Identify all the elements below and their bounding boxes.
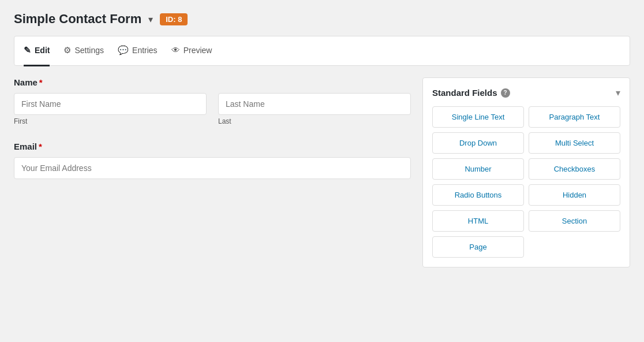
settings-icon: ⚙: [63, 45, 71, 55]
tab-edit[interactable]: ✎ Edit: [24, 36, 50, 66]
name-required-star: *: [39, 77, 43, 87]
field-btn-page[interactable]: Page: [432, 236, 524, 258]
last-name-wrapper: Last: [218, 93, 411, 125]
standard-fields-panel: Standard Fields ? ▾ Single Line Text Par…: [422, 77, 630, 267]
email-field-wrapper: [14, 157, 411, 179]
name-label: Name*: [14, 77, 411, 87]
last-name-input[interactable]: [218, 93, 411, 115]
field-btn-number[interactable]: Number: [432, 158, 524, 180]
field-btn-hidden[interactable]: Hidden: [529, 184, 620, 206]
help-icon[interactable]: ?: [501, 88, 510, 98]
email-field-group: Email*: [14, 142, 411, 179]
email-required-star: *: [39, 142, 42, 151]
field-btn-html[interactable]: HTML: [432, 210, 524, 232]
field-btn-paragraph-text[interactable]: Paragraph Text: [529, 106, 620, 128]
name-field-group: Name* First Last: [14, 77, 411, 125]
tab-preview-label: Preview: [184, 46, 212, 55]
first-sub-label: First: [14, 117, 207, 125]
field-btn-radio-buttons[interactable]: Radio Buttons: [432, 184, 524, 206]
preview-icon: 👁: [171, 45, 180, 55]
email-label: Email*: [14, 142, 411, 151]
tab-preview[interactable]: 👁 Preview: [171, 36, 212, 66]
field-btn-single-line-text[interactable]: Single Line Text: [432, 106, 524, 128]
page-title: Simple Contact Form: [14, 12, 141, 27]
field-btn-section[interactable]: Section: [529, 210, 620, 232]
entries-icon: 💬: [118, 45, 129, 55]
email-input[interactable]: [14, 157, 411, 179]
panel-title: Standard Fields ?: [432, 88, 510, 98]
tab-settings-label: Settings: [74, 46, 104, 55]
first-name-input[interactable]: [14, 93, 207, 115]
first-name-wrapper: First: [14, 93, 207, 125]
field-btn-drop-down[interactable]: Drop Down: [432, 132, 524, 154]
field-btn-multi-select[interactable]: Multi Select: [529, 132, 620, 154]
panel-chevron-icon[interactable]: ▾: [616, 87, 620, 98]
tab-entries[interactable]: 💬 Entries: [118, 36, 158, 66]
tab-bar: ✎ Edit ⚙ Settings 💬 Entries 👁 Preview: [14, 36, 630, 66]
last-sub-label: Last: [218, 117, 411, 125]
fields-grid: Single Line Text Paragraph Text Drop Dow…: [432, 106, 620, 258]
id-badge: ID: 8: [160, 13, 188, 25]
tab-entries-label: Entries: [132, 46, 158, 55]
title-chevron-icon[interactable]: ▾: [148, 14, 153, 25]
form-area: Name* First Last Email*: [14, 77, 411, 267]
tab-edit-label: Edit: [35, 46, 50, 55]
field-btn-checkboxes[interactable]: Checkboxes: [529, 158, 620, 180]
edit-icon: ✎: [24, 45, 31, 55]
tab-settings[interactable]: ⚙ Settings: [63, 36, 104, 66]
